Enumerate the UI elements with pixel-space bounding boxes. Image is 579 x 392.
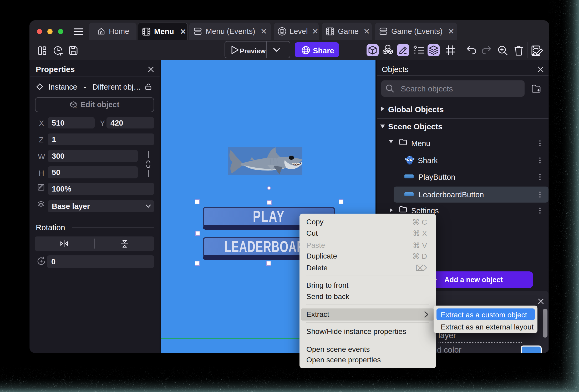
svg-text:2D: 2D bbox=[74, 106, 77, 109]
